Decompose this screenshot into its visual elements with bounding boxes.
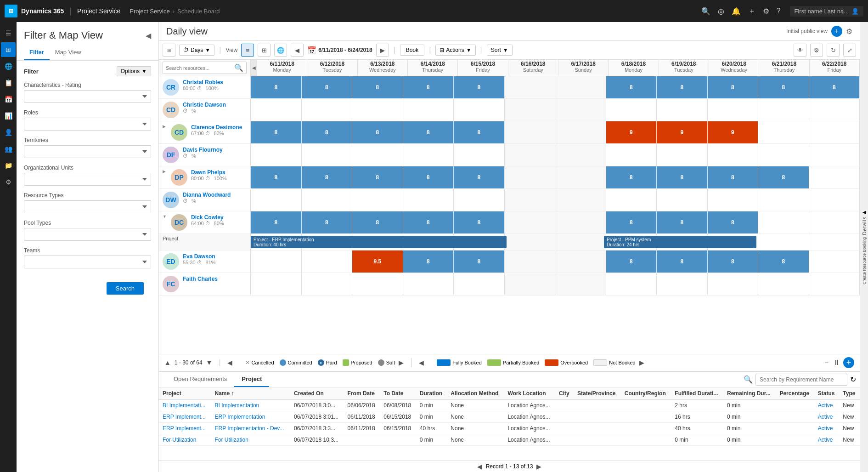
search-icon[interactable]: 🔍 [234, 63, 243, 72]
name-link[interactable]: BI Implementation [215, 402, 259, 409]
resource-search-input[interactable] [166, 65, 232, 71]
legend-overbooked: Overbooked [545, 359, 588, 366]
tab-filter[interactable]: Filter [24, 45, 50, 60]
next-date-btn[interactable]: ▶ [376, 44, 389, 57]
resource-name[interactable]: Christal Robles [183, 79, 247, 85]
project-link[interactable]: For Utilization [163, 437, 196, 443]
add-icon[interactable]: ＋ [748, 6, 755, 16]
resource-name[interactable]: Dianna Woodward [183, 192, 247, 198]
expand-down-btn[interactable]: ▼ [206, 359, 213, 366]
resource-name[interactable]: Eva Dawson [183, 253, 247, 260]
project-link[interactable]: ERP Implement... [163, 425, 206, 432]
resource-name[interactable]: Dick Cowley [191, 214, 247, 221]
right-panel-arrow[interactable]: ◀ [862, 210, 866, 215]
col-work-location: Work Location [504, 387, 555, 400]
scroll-left-btn[interactable]: ◀ [251, 60, 257, 76]
expand-btn[interactable]: ⤢ [843, 44, 856, 57]
sort-dropdown[interactable]: Sort ▼ [487, 45, 513, 56]
expand-rows-btn[interactable]: ⊞ [163, 44, 175, 57]
resource-name[interactable]: Clarence Desimone [191, 124, 247, 131]
filter-select-roles[interactable] [24, 118, 151, 131]
bottom-refresh-icon[interactable]: ↻ [850, 375, 856, 384]
visibility-btn[interactable]: 👁 [794, 44, 806, 57]
book-button[interactable]: Book [400, 45, 424, 56]
prev-page-btn[interactable]: ◀ [227, 359, 232, 366]
sidebar-collapse-btn[interactable]: ◀ [146, 31, 151, 40]
bottom-search-icon[interactable]: 🔍 [744, 375, 753, 384]
refresh-btn[interactable]: ↻ [827, 44, 840, 57]
add-view-button[interactable]: + [831, 26, 842, 37]
resource-name[interactable]: Faith Charles [183, 276, 247, 282]
breadcrumb-part1[interactable]: Project Service [130, 8, 169, 15]
status-link[interactable]: Active [818, 402, 833, 409]
column-settings-btn[interactable]: ⚙ [810, 44, 823, 57]
user-account[interactable]: First name Last na... 👤 [790, 6, 864, 17]
nav-document[interactable]: 📋 [1, 75, 16, 90]
tab-project[interactable]: Project [234, 372, 269, 387]
options-button[interactable]: Options ▼ [117, 66, 151, 76]
pause-btn[interactable]: ⏸ [833, 358, 840, 367]
actions-dropdown[interactable]: ⊟ Actions ▼ [435, 45, 475, 56]
table-next-btn[interactable]: ▶ [536, 463, 541, 470]
next-resource-range-btn[interactable]: ▶ [639, 359, 644, 366]
name-link[interactable]: ERP Implementation [215, 414, 265, 420]
help-icon[interactable]: ? [777, 7, 781, 15]
list-view-btn[interactable]: ≡ [241, 44, 254, 57]
status-link[interactable]: Active [818, 425, 833, 432]
resource-info: FC Faith Charles [159, 273, 251, 295]
favorites-icon[interactable]: ◎ [718, 7, 724, 16]
search-button[interactable]: Search [107, 282, 144, 295]
prev-resource-range-btn[interactable]: ◀ [419, 359, 424, 366]
expand-toggle[interactable]: ▶ [163, 169, 167, 174]
dynamics365-label[interactable]: Dynamics 365 [21, 7, 64, 15]
project-link[interactable]: ERP Implement... [163, 414, 206, 420]
next-legend-btn[interactable]: ▶ [399, 359, 404, 366]
filter-select-resource-types[interactable] [24, 200, 151, 213]
bottom-search-input[interactable] [755, 374, 847, 386]
days-dropdown[interactable]: ⏱ Days ▼ [179, 45, 214, 56]
status-link[interactable]: Active [818, 437, 833, 443]
nav-person[interactable]: 👤 [1, 125, 16, 140]
resource-name[interactable]: Davis Flournoy [183, 147, 247, 153]
filter-select-org-units[interactable] [24, 173, 151, 186]
nav-folder[interactable]: 📁 [1, 158, 16, 173]
status-link[interactable]: Active [818, 414, 833, 420]
zoom-out-btn[interactable]: － [823, 358, 830, 368]
header-settings-icon[interactable]: ⚙ [846, 27, 852, 36]
expand-toggle[interactable]: ▶ [163, 124, 167, 129]
nav-dashboard[interactable]: ⊞ [1, 42, 16, 57]
search-icon[interactable]: 🔍 [701, 7, 710, 16]
filter-select-pool-types[interactable] [24, 228, 151, 241]
nav-globe[interactable]: 🌐 [1, 59, 16, 74]
project-bar-ppm[interactable]: Project - PPM system Duration: 24 hrs [604, 236, 756, 248]
grid-view-btn[interactable]: ⊞ [258, 44, 271, 57]
tab-map-view[interactable]: Map View [50, 45, 87, 60]
resource-name[interactable]: Christie Dawson [183, 102, 247, 108]
right-panel[interactable]: ◀ Details Create Resource Booking [860, 22, 868, 472]
expand-toggle[interactable]: ▼ [163, 214, 167, 219]
project-bar-erp[interactable]: Project - ERP Implementation Duration: 4… [251, 236, 507, 248]
nav-chart[interactable]: 📊 [1, 108, 16, 123]
tab-open-requirements[interactable]: Open Requirements [166, 372, 234, 387]
nav-home[interactable]: ☰ [1, 26, 16, 40]
map-view-btn[interactable]: 🌐 [274, 44, 287, 57]
date-range-label: 6/11/2018 - 6/24/2018 [318, 47, 372, 53]
add-resource-button[interactable]: + [843, 357, 854, 368]
table-prev-btn[interactable]: ◀ [477, 463, 482, 470]
resource-name[interactable]: Dawn Phelps [191, 169, 247, 176]
project-link[interactable]: BI Implementati... [163, 402, 205, 409]
name-link[interactable]: ERP Implementation - Dev... [215, 425, 284, 432]
filter-select-territories[interactable] [24, 145, 151, 158]
day-cell: 8 [352, 211, 403, 233]
notifications-icon[interactable]: 🔔 [732, 7, 741, 16]
nav-settings[interactable]: ⚙ [1, 175, 16, 189]
expand-up-btn[interactable]: ▲ [164, 359, 171, 366]
name-link[interactable]: For Utilization [215, 437, 248, 443]
filter-select-teams[interactable] [24, 256, 151, 268]
settings-icon[interactable]: ⚙ [763, 7, 769, 16]
nav-contact[interactable]: 👥 [1, 142, 16, 156]
filter-select-characteristics[interactable] [24, 90, 151, 103]
project-service-label[interactable]: Project Service [77, 7, 120, 15]
nav-calendar[interactable]: 📅 [1, 92, 16, 107]
prev-date-btn[interactable]: ◀ [291, 44, 304, 57]
